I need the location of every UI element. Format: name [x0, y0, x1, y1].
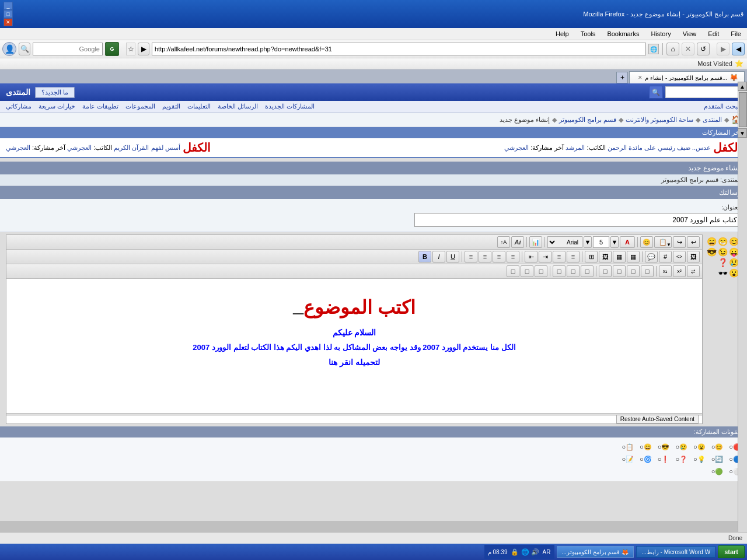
title-input[interactable] [414, 213, 741, 227]
post2-title[interactable]: أسس لفهم القرآن الكريم [114, 144, 180, 151]
most-visited-label[interactable]: Most Visited [697, 60, 732, 67]
emoji-grin[interactable]: 😁 [718, 237, 728, 246]
adv-search-label[interactable]: البحث المتقدم [704, 103, 741, 110]
icon-radio-13[interactable]: 🌀○ [640, 456, 652, 463]
icon-radio-11[interactable]: ❓○ [675, 456, 687, 463]
menu-edit[interactable]: Edit [704, 29, 722, 38]
icon-radio-7[interactable]: 📋○ [622, 443, 634, 451]
reload-btn[interactable]: ↺ [697, 43, 710, 55]
special8-btn[interactable]: □ [535, 265, 547, 277]
table2-btn[interactable]: ▦ [613, 251, 626, 262]
nav-groups[interactable]: المجموعات [125, 103, 155, 110]
font-style-ai[interactable]: Ai [511, 236, 524, 248]
emoji-wink[interactable]: 😉 [718, 247, 728, 257]
emoji-cool[interactable]: 😎 [707, 247, 717, 257]
underline-btn[interactable]: U [446, 251, 459, 262]
search-input[interactable] [33, 43, 103, 55]
menu-view[interactable]: View [679, 29, 700, 38]
insert-image-btn[interactable]: 🖼 [687, 251, 700, 262]
address-bar[interactable] [152, 43, 646, 55]
home-btn[interactable]: ⌂ [666, 43, 679, 55]
emoji-laugh[interactable]: 😄 [707, 237, 717, 246]
nav-calendar[interactable]: التقويم [162, 103, 180, 110]
bc-computers[interactable]: ساحة الكومبيوتر والانترنت [626, 116, 693, 124]
maximize-btn[interactable]: □ [4, 10, 13, 18]
align-justify-btn[interactable]: ≡ [465, 251, 477, 262]
special9-btn[interactable]: □ [521, 265, 533, 277]
paste-btn[interactable]: 📋▼ [654, 236, 672, 248]
italic-btn[interactable]: I [432, 251, 445, 262]
forward-btn[interactable]: ▶ [717, 43, 729, 55]
nav-private-msg[interactable]: الرسائل الخاصة [218, 103, 258, 110]
sub-btn[interactable]: x₂ [659, 265, 672, 277]
editor-line3[interactable]: لتحميله انقر هنا [12, 358, 696, 367]
emoji-question[interactable]: ❓ [718, 258, 728, 267]
emoticon-btn[interactable]: 😊 [640, 236, 653, 248]
font-color-btn[interactable]: A [620, 236, 635, 248]
menu-bookmarks[interactable]: Bookmarks [603, 29, 643, 38]
outdent-btn[interactable]: ⇤ [525, 251, 537, 262]
post1-author[interactable]: المرشد [566, 144, 585, 151]
forum-search-btn[interactable]: 🔍 [649, 86, 663, 99]
restore-btn[interactable]: Restore Auto-Saved Content [616, 415, 699, 424]
special6-btn[interactable]: □ [567, 265, 580, 277]
menu-tools[interactable]: Tools [577, 29, 599, 38]
scroll-down-btn[interactable]: ▼ [738, 128, 747, 138]
scrollbar[interactable]: ▲ ▼ [738, 82, 747, 521]
menu-help[interactable]: Help [552, 29, 573, 38]
font-size-dropdown[interactable]: ▼ [584, 236, 592, 248]
forum-search-input[interactable] [665, 86, 741, 98]
special1-btn[interactable]: □ [641, 265, 654, 277]
close-btn[interactable]: ✕ [4, 18, 13, 26]
redo-btn[interactable]: ↪ [673, 236, 686, 248]
nav-help[interactable]: التعليمات [187, 103, 211, 110]
scroll-up-btn[interactable]: ▲ [738, 82, 747, 91]
post1-title[interactable]: عدس.. ضيف رئيسي على مائدة الرحمن [608, 144, 711, 151]
font-family-select[interactable]: Arial [547, 236, 582, 248]
bold-btn[interactable]: B [418, 251, 431, 262]
list-ol-btn[interactable]: ≡ [567, 251, 580, 262]
icon-radio-6[interactable]: 😄○ [640, 443, 652, 451]
sup-btn[interactable]: x² [673, 265, 686, 277]
menu-history[interactable]: History [647, 29, 674, 38]
dir-btn[interactable]: ⇌ [687, 265, 700, 277]
font-color-dropdown[interactable]: ▼ [610, 236, 619, 248]
menu-file[interactable]: File [727, 29, 745, 38]
icon-radio-2[interactable]: 😊○ [711, 443, 724, 451]
minimize-btn[interactable]: _ [4, 2, 13, 10]
indent-btn[interactable]: ⇥ [539, 251, 551, 262]
special4-btn[interactable]: □ [599, 265, 612, 277]
font-size-input[interactable] [593, 236, 609, 248]
align-right-btn[interactable]: ≡ [507, 251, 519, 262]
quote-btn[interactable]: 💬 [645, 251, 658, 262]
special3-btn[interactable]: □ [613, 265, 626, 277]
editor-content[interactable]: اكتب الموضوع _ السلام عليكم الكل منا يست… [6, 279, 702, 413]
special2-btn[interactable]: □ [627, 265, 640, 277]
icon-radio-3[interactable]: 😮○ [693, 443, 706, 451]
bc-forum[interactable]: المنتدى [703, 116, 722, 124]
font-size-increase[interactable]: A↑ [497, 236, 510, 248]
bookmark-star[interactable]: ☆ [126, 43, 135, 55]
icon-radio-12[interactable]: ❗○ [658, 456, 670, 463]
align-left-btn[interactable]: ≡ [479, 251, 491, 262]
nav-new-posts[interactable]: المشاركات الجديدة [265, 103, 315, 110]
bc-programs[interactable]: قسم برامج الكومبيوتر [559, 116, 616, 124]
active-tab[interactable]: 🦊 ...قسم برامج الكومبيوتر - إنشاء م ✕ [629, 71, 745, 83]
list-ul-btn[interactable]: ≡ [553, 251, 566, 262]
icon-radio-16[interactable]: 🟢○ [711, 468, 724, 475]
back-btn[interactable]: ◀ [732, 43, 745, 55]
align-center-btn[interactable]: ≡ [493, 251, 505, 262]
scroll-thumb[interactable] [739, 92, 747, 127]
table3-btn[interactable]: ⊞ [585, 251, 598, 262]
special10-btn[interactable]: □ [507, 265, 519, 277]
emoji-sunglasses[interactable]: 🕶️ [718, 268, 728, 278]
insert-table-btn[interactable]: 📊 [529, 236, 542, 248]
user-avatar[interactable]: 👤 [2, 42, 16, 56]
new-tab-btn[interactable]: + [616, 72, 628, 83]
icon-radio-9[interactable]: 🔄○ [711, 456, 724, 463]
stop-btn[interactable]: ✕ [682, 43, 694, 55]
icon-radio-10[interactable]: 💡○ [693, 456, 706, 463]
nav-apps[interactable]: تطبيقات عامة [82, 103, 118, 110]
html-code-btn[interactable]: <> [673, 251, 686, 262]
special7-btn[interactable]: □ [553, 265, 566, 277]
